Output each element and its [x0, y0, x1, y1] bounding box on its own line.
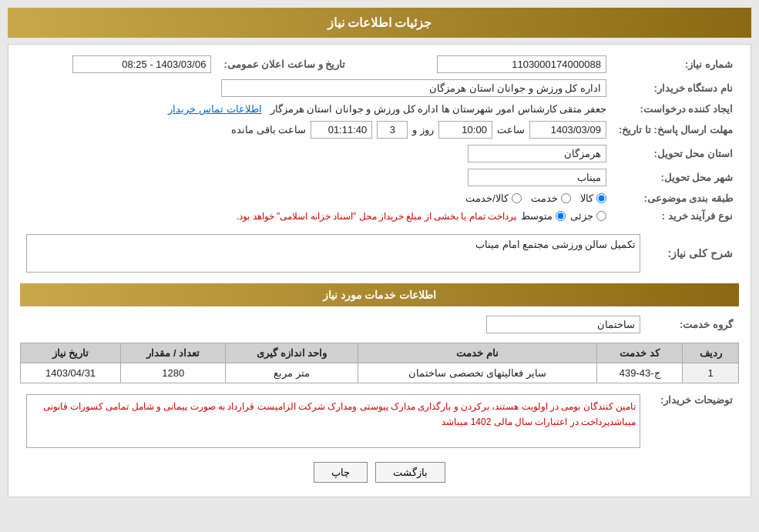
ijad-label: ایجاد کننده درخواست:: [613, 100, 739, 118]
radio-motawaset[interactable]: متوسط: [521, 210, 566, 222]
shahr-label: شهر محل تحویل:: [613, 166, 739, 189]
nooe-label: نوع فرآیند خرید :: [613, 207, 739, 225]
grooh-value: ساختمان: [486, 316, 640, 333]
name-dastgah-value: اداره کل ورزش و جوانان استان هرمزگان: [221, 79, 606, 97]
radio-khedmat[interactable]: خدمت: [531, 192, 571, 204]
mohlat-date: 1403/03/09: [529, 121, 606, 139]
cell-unit: متر مربع: [226, 363, 358, 383]
radio-kala[interactable]: کالا: [580, 192, 606, 204]
tawzih-label: توضیحات خریدار:: [646, 391, 739, 451]
tarikh-value: 1403/03/06 - 08:25: [72, 55, 211, 73]
col-date: تاریخ نیاز: [21, 343, 121, 363]
cell-name: سایر فعالیتهای تخصصی ساختمان: [358, 363, 596, 383]
tabaqe-label: طبقه بندی موضوعی:: [613, 189, 739, 207]
mohlat-baqi-label: ساعت باقی مانده: [231, 124, 306, 136]
cell-count: 1280: [121, 363, 226, 383]
shahr-value: میناب: [468, 169, 606, 186]
print-button[interactable]: چاپ: [314, 462, 368, 483]
khadamat-section-title: اطلاعات خدمات مورد نیاز: [20, 283, 739, 306]
table-row: 1 ج-43-439 سایر فعالیتهای تخصصی ساختمان …: [21, 363, 739, 383]
mohlat-baqi: 01:11:40: [311, 121, 372, 139]
cell-date: 1403/04/31: [21, 363, 121, 383]
sharh-value: تکمیل سالن ورزشی مجتمع امام میناب: [26, 234, 640, 273]
radio-kala-khedmat[interactable]: کالا/خدمت: [465, 192, 522, 204]
cell-radif: 1: [683, 363, 739, 383]
col-unit: واحد اندازه گیری: [226, 343, 358, 363]
radio-jozii[interactable]: جزئی: [570, 210, 606, 222]
tawzih-value: تامین کنندگان بومی در اولویت هستند، برکر…: [26, 394, 640, 448]
mohlat-saat: 10:00: [438, 121, 492, 139]
grooh-label: گروه خدمت:: [646, 313, 739, 336]
ijad-value: جعفر متقی کارشناس امور شهرستان ها اداره …: [270, 103, 606, 115]
mohlat-rooz: 3: [377, 121, 408, 139]
cell-code: ج-43-439: [597, 363, 683, 383]
ostan-label: استان محل تحویل:: [613, 142, 739, 166]
page-title: جزئیات اطلاعات نیاز: [8, 8, 751, 38]
rooz-label: روز و: [412, 124, 434, 136]
ijad-link[interactable]: اطلاعات تماس خریدار: [168, 103, 261, 115]
mohlat-label: مهلت ارسال پاسخ: تا تاریخ:: [613, 118, 739, 142]
saat-label: ساعت: [497, 124, 525, 136]
sharh-section-label: شرح کلی نیاز:: [646, 231, 739, 276]
name-dastgah-label: نام دستگاه خریدار:: [613, 76, 739, 100]
shomara-niaz-value: 1103000174000088: [437, 55, 606, 73]
nooe-note: پرداخت تمام یا بخشی از مبلغ خریداز محل "…: [237, 211, 516, 222]
shomara-niaz-label: شماره نیاز:: [613, 52, 739, 76]
back-button[interactable]: بازگشت: [375, 462, 445, 483]
ostan-value: هرمزگان: [468, 145, 606, 162]
col-radif: ردیف: [683, 343, 739, 363]
col-code: کد خدمت: [597, 343, 683, 363]
col-count: تعداد / مقدار: [121, 343, 226, 363]
col-name: نام خدمت: [358, 343, 596, 363]
tarikh-label: تاریخ و ساعت اعلان عمومی:: [217, 52, 351, 76]
